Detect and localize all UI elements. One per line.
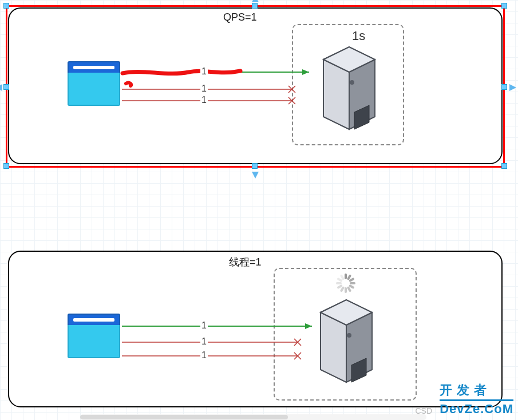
svg-marker-21 bbox=[305, 323, 312, 329]
horizontal-scrollbar[interactable] bbox=[80, 414, 426, 420]
flow-label: 1 bbox=[200, 350, 208, 360]
watermark-line2: DevZe.CoM bbox=[440, 402, 513, 416]
flow-label: 1 bbox=[200, 95, 208, 105]
scrollbar-thumb[interactable] bbox=[80, 415, 288, 419]
panel1-arrows bbox=[0, 0, 518, 172]
flow-label: 1 bbox=[200, 84, 208, 94]
flow-label: 1 bbox=[200, 66, 208, 77]
watermark-devze: 开 发 者 DevZe.CoM bbox=[440, 382, 513, 417]
flow-label: 1 bbox=[200, 336, 208, 347]
flow-label: 1 bbox=[200, 320, 208, 331]
svg-marker-11 bbox=[302, 69, 309, 75]
watermark-line1: 开 发 者 bbox=[440, 383, 487, 397]
svg-marker-1 bbox=[252, 172, 259, 179]
